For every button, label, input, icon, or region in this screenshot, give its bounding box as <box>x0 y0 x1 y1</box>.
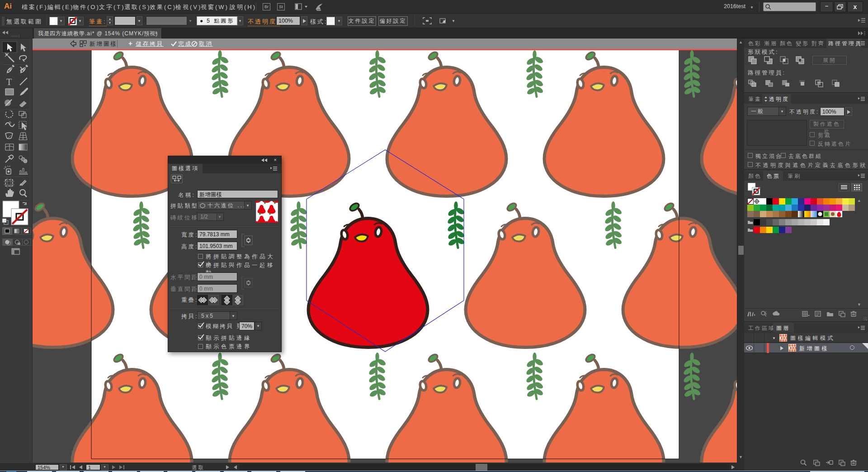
svg-text:T: T <box>6 77 12 87</box>
